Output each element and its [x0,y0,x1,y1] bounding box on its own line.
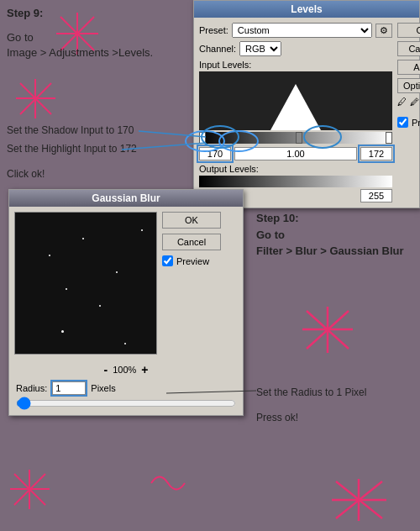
highlight-input[interactable] [360,147,392,160]
step9-instructions: Go to Image > Adjustments >Levels. [7,30,153,60]
cancel-button[interactable]: Cancel [397,41,420,56]
step10-press-ok: Press ok! [256,412,298,423]
blur-preview-check: Preview [162,255,238,266]
midtone-handle[interactable] [296,132,302,144]
blur-dialog: Gaussian Blur OK Cancel Preview - 100% [8,189,244,416]
step10-path: Filter > Blur > Gaussian Blur [256,244,404,257]
eyedropper-black[interactable]: 🖊 [397,97,407,107]
star-dot-2 [49,255,50,256]
star-dot-7 [124,343,126,344]
blur-preview-label: Preview [176,256,209,266]
star-dot-3 [116,271,118,273]
input-slider[interactable] [199,132,392,144]
svg-line-6 [20,83,51,114]
preset-label: Preset: [199,25,228,35]
step10-instructions: Step 10: Go to Filter > Blur > Gaussian … [256,210,404,260]
output-high-input[interactable] [360,189,392,202]
star-dot-1 [82,238,84,239]
blur-preview [14,212,157,355]
blur-slider-area [16,398,236,408]
channel-select[interactable]: RGB [239,41,281,56]
histogram [199,71,392,130]
zoom-level-display: 100% [113,365,136,375]
blur-slider[interactable] [16,398,236,408]
blur-cancel-button[interactable]: Cancel [162,234,221,250]
output-slider[interactable] [199,176,392,187]
blur-right-panel: OK Cancel Preview [162,212,238,355]
svg-line-14 [14,474,45,505]
auto-button[interactable]: Auto [397,60,420,75]
pixels-label: Pixels [91,383,115,393]
svg-line-18 [336,481,382,518]
output-levels-label: Output Levels: [199,164,392,174]
blur-preview-checkbox[interactable] [162,255,173,266]
star-dot-6 [61,330,64,333]
midtone-input[interactable] [234,147,357,160]
blur-title: Gaussian Blur [92,192,160,204]
blur-ok-button[interactable]: OK [162,212,221,229]
svg-line-10 [307,311,349,349]
step10-header: Step 10: [256,212,299,224]
levels-main: Preset: Custom ⚙ Channel: RGB Input Leve… [199,23,392,202]
channel-row: Channel: RGB [199,41,392,56]
gear-button[interactable]: ⚙ [375,24,392,38]
step10-radius-instruction: Set the Radius to 1 Pixel [256,386,366,398]
preview-label: Preview [412,118,420,128]
blur-footer: - 100% + Radius: Pixels [9,360,243,415]
histogram-mountain [270,84,321,130]
eyedropper-icons: 🖊 🖉 🖈 [397,97,420,107]
shadow-handle[interactable] [199,132,206,144]
preview-row: Preview [397,117,420,128]
svg-line-7 [20,83,51,114]
svg-line-19 [336,481,382,518]
blur-body: OK Cancel Preview [9,207,243,360]
radius-row: Radius: Pixels [16,381,236,395]
levels-dialog: Levels Preset: Custom ⚙ Channel: RGB Inp… [193,0,420,208]
step9-header: Step 9: [7,7,43,19]
highlight-handle[interactable] [386,132,392,144]
preset-row: Preset: Custom ⚙ [199,23,392,38]
step9-goto: Go to [7,31,34,44]
input-levels-label: Input Levels: [199,60,392,70]
step9-highlight-instruction: Set the Highlight Input to 172 [7,143,137,155]
step9-path: Image > Adjustments >Levels. [7,46,153,59]
levels-titlebar: Levels [194,1,419,18]
radius-input[interactable] [52,381,86,395]
star-dot-4 [66,288,67,290]
options-button[interactable]: Options... [397,78,420,93]
blur-titlebar: Gaussian Blur [9,190,243,207]
step9-shadow-instruction: Set the Shadow Input to 170 [7,124,134,136]
preview-checkbox[interactable] [397,117,408,128]
ok-button[interactable]: OK [397,23,420,38]
shadow-input[interactable] [199,147,231,160]
step10-goto: Go to [256,229,285,241]
svg-line-11 [307,311,349,349]
radius-label: Radius: [16,383,47,393]
zoom-in-button[interactable]: + [141,363,148,376]
star-dot-8 [141,229,143,231]
eyedropper-gray[interactable]: 🖉 [410,97,419,107]
zoom-out-button[interactable]: - [104,363,108,376]
step9-clickok: Click ok! [7,168,45,180]
input-fields [199,147,392,160]
preset-select[interactable]: Custom [232,23,372,38]
levels-buttons: OK Cancel Auto Options... 🖊 🖉 🖈 Preview [397,23,420,202]
star-dot-5 [99,305,101,307]
levels-title: Levels [291,3,322,15]
channel-label: Channel: [199,44,236,54]
zoom-row: - 100% + [16,363,236,376]
svg-line-15 [14,474,45,505]
